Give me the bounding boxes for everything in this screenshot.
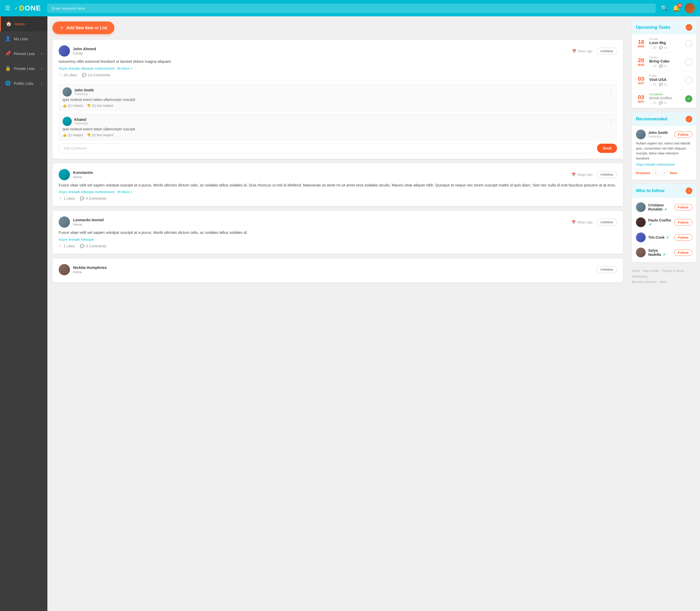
unfollow-button-3[interactable]: Unfollow [597, 219, 617, 226]
task-month-2: MAR [636, 63, 646, 66]
follow-button-4[interactable]: Follow [674, 250, 692, 256]
task-heart-icon-3: ♡ 20 [649, 83, 656, 86]
footer-more[interactable]: More [660, 280, 667, 284]
post-avatar-1 [59, 45, 70, 57]
sidebar-item-public-lists[interactable]: 🌐 Public Lists › [0, 76, 47, 91]
follow-button-2[interactable]: Follow [674, 219, 692, 226]
footer-business[interactable]: Business Services [632, 280, 657, 284]
task-info-4: Completed Drink Coffee ♡ 20 💬 14 [649, 93, 682, 105]
app-header: ☰ ✓ DONE 🔍 🔔 30 [0, 0, 700, 16]
rec-next-button[interactable]: › [661, 169, 668, 176]
rec-follow-button[interactable]: Follow [674, 131, 692, 138]
add-new-button[interactable]: ＋ Add New Item or List [53, 21, 114, 34]
comment-action-3[interactable]: 💬 0 Comments [80, 244, 106, 248]
sidebar-item-home[interactable]: 🏠 Home [0, 16, 47, 31]
task-meta-2: ♡ 20 💬 14 [649, 64, 682, 68]
sidebar-item-home-label: Home [15, 22, 25, 26]
comment-action-2[interactable]: 💬 0 Comments [80, 196, 106, 200]
post-actions-3: ♡ 1 Likes 💬 0 Comments [59, 244, 617, 248]
follow-avatar-2 [636, 218, 646, 227]
sidebar-item-my-lists[interactable]: 👤 My Lists [0, 31, 47, 46]
follow-button-1[interactable]: Follow [674, 204, 692, 210]
search-icon[interactable]: 🔍 [661, 5, 668, 12]
task-checkbox-2[interactable] [685, 58, 692, 65]
like-action-3[interactable]: ♡ 1 Likes [59, 244, 75, 248]
task-heart-icon-4: ♡ 20 [649, 101, 656, 105]
calendar-icon-2: 📅 [572, 173, 576, 176]
task-checkbox-4[interactable]: ✓ [685, 95, 692, 102]
heart-icon-3: ♡ [59, 244, 62, 248]
task-comment-icon-4: 💬 14 [659, 101, 667, 105]
follow-avatar-1 [636, 202, 646, 212]
post-card-2: Konstantin Home 📅 2days ago Unfollow Fus… [53, 163, 623, 206]
pinned-chevron-icon: › [41, 52, 42, 56]
search-input[interactable] [47, 4, 656, 13]
calendar-icon-1: 📅 [572, 49, 576, 53]
thumbs-down-icon-1-2: 👎 [87, 133, 91, 137]
rec-avatar [636, 130, 646, 139]
helpful-button-1-2[interactable]: 👍 (2) Helpful [62, 133, 83, 137]
task-name-2: Bring Cake [649, 59, 682, 63]
avatar-image [685, 3, 695, 13]
footer-about[interactable]: About [632, 269, 640, 273]
follow-name-4: Satya Nadella ✔ [648, 249, 672, 257]
task-checkbox-3[interactable] [685, 77, 692, 84]
comment-user-row-1-1: John Smith Yesterday [62, 87, 94, 96]
recommended-widget: Recommended › John Smith Yesterday Follo… [632, 112, 696, 180]
comment-action-1[interactable]: 💬 14 Comments [82, 73, 110, 77]
unfollow-button-2[interactable]: Unfollow [597, 171, 617, 178]
upcoming-tasks-arrow[interactable]: › [686, 24, 692, 31]
sidebar-item-private-lists[interactable]: 🔒 Private Lists › [0, 61, 47, 76]
post-tags-2: #Gym #Health #lifestyle #refreshment 36 … [59, 190, 617, 194]
like-action-1[interactable]: ♡ 20 Likes [59, 73, 77, 77]
task-name-3: Visit USA [649, 77, 682, 82]
post-user-info-1: John Ahmed Family [59, 45, 96, 57]
more-link-2[interactable]: 36 More > [117, 190, 132, 194]
follow-item-2: Paulo Coelho ✔ Follow [632, 215, 696, 230]
post-card-3: Leonardo leoniel Home 📅 3days ago Unfoll… [53, 211, 623, 254]
comment-input-1[interactable] [59, 144, 595, 153]
who-to-follow-arrow[interactable]: › [686, 188, 692, 194]
more-link-1[interactable]: 36 More > [117, 66, 132, 71]
unfollow-button-4[interactable]: Unfollow [597, 266, 617, 273]
main-layout: 🏠 Home 👤 My Lists 📌 Pinned Lists › 🔒 Pri… [0, 16, 700, 611]
rec-next-label[interactable]: Next [670, 171, 677, 175]
post-right-2: 📅 2days ago Unfollow [572, 171, 617, 178]
verified-icon-2: ✔ [649, 223, 652, 226]
not-helpful-button-1-1[interactable]: 👎 (0) Not Helpful [87, 104, 113, 107]
logo-check-icon: ✓ [14, 5, 19, 11]
follow-button-3[interactable]: Follow [674, 234, 692, 241]
home-icon: 🏠 [6, 21, 11, 27]
unfollow-button-1[interactable]: Unfollow [597, 48, 617, 55]
rec-user-row: John Smith Yesterday Follow [636, 130, 692, 139]
verified-icon-3: ✔ [666, 236, 669, 239]
rec-previews-label[interactable]: Previews [636, 171, 650, 175]
task-checkbox-1[interactable] [685, 40, 692, 47]
notification-bell[interactable]: 🔔 30 [672, 5, 680, 12]
recommended-arrow[interactable]: › [686, 116, 692, 122]
task-type-3: Public [649, 74, 682, 77]
not-helpful-button-1-2[interactable]: 👎 (0) Not Helpful [87, 133, 113, 137]
sidebar-item-pinned-lists[interactable]: 📌 Pinned Lists › [0, 46, 47, 61]
comment-menu-icon-1-1[interactable]: ⋮ [609, 89, 613, 95]
public-chevron-icon: › [41, 81, 42, 85]
comment-helpful-1-1: 👍 (1) Helpful 👎 (0) Not Helpful [62, 104, 613, 107]
post-actions-1: ♡ 20 Likes 💬 14 Comments [59, 73, 617, 77]
post-avatar-3 [59, 217, 70, 228]
who-to-follow-title: Who to follow [636, 188, 665, 193]
hamburger-menu-icon[interactable]: ☰ [5, 5, 10, 12]
like-action-2[interactable]: ♡ 1 Likes [59, 196, 75, 200]
comment-helpful-1-2: 👍 (2) Helpful 👎 (0) Not Helpful [62, 133, 613, 137]
rec-prev-button[interactable]: ‹ [652, 169, 659, 176]
comment-menu-icon-1-2[interactable]: ⋮ [609, 119, 613, 124]
footer-advertising[interactable]: Advertising [632, 275, 647, 278]
footer-help[interactable]: Help Center [643, 269, 659, 273]
task-date-3: 03 NOV [636, 76, 646, 85]
right-panel: Upcoming Tasks › 16 MAR Private Lose 8kg… [628, 16, 700, 611]
helpful-button-1-1[interactable]: 👍 (1) Helpful [62, 104, 83, 107]
user-avatar-header[interactable] [685, 3, 695, 13]
comment-icon-2: 💬 [80, 196, 84, 200]
footer-privacy[interactable]: Privacy & Terms [662, 269, 684, 273]
send-button-1[interactable]: Send [597, 144, 617, 153]
sidebar: 🏠 Home 👤 My Lists 📌 Pinned Lists › 🔒 Pri… [0, 16, 47, 611]
